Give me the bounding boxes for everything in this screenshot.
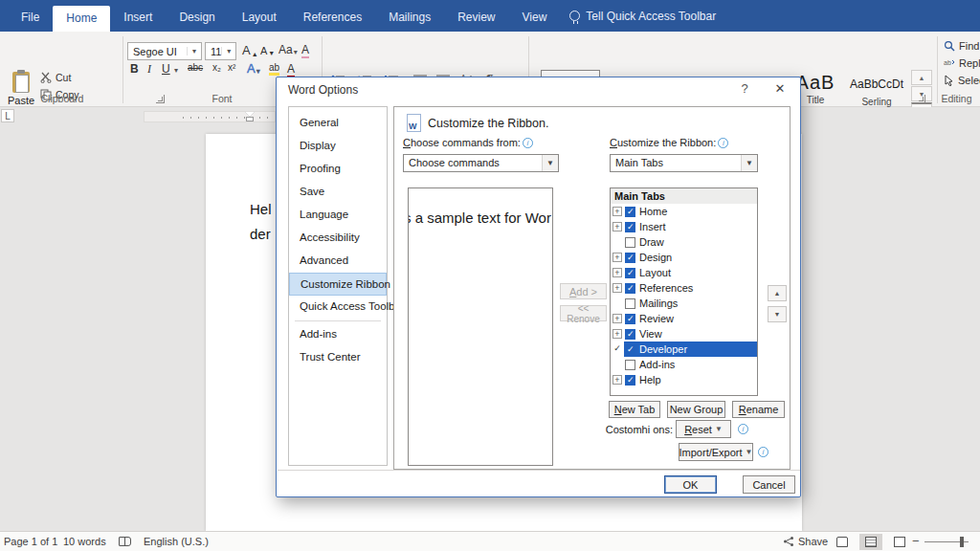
nav-add-ins[interactable]: Add-ins bbox=[289, 323, 387, 346]
underline-options-button[interactable]: ▾ bbox=[174, 66, 178, 75]
expand-icon[interactable] bbox=[612, 329, 622, 339]
zoom-out-icon[interactable]: − bbox=[912, 534, 920, 548]
expand-icon[interactable] bbox=[612, 283, 622, 293]
checkbox[interactable] bbox=[625, 344, 635, 355]
tab-row-insert[interactable]: Insert bbox=[611, 219, 757, 234]
tab-row-draw[interactable]: Draw bbox=[611, 234, 757, 250]
nav-quick-access-toolbar[interactable]: Quick Access Toolbar bbox=[289, 296, 387, 319]
info-icon[interactable]: i bbox=[738, 424, 748, 434]
main-tabs-listbox[interactable]: Main Tabs Home Insert Draw Design Layout… bbox=[610, 187, 758, 396]
text-effects-button[interactable]: A▾ bbox=[247, 61, 260, 76]
chevron-down-icon[interactable]: ▾ bbox=[221, 47, 235, 55]
tab-file[interactable]: File bbox=[8, 0, 53, 32]
import-export-button[interactable]: Import/Export▼ bbox=[679, 443, 753, 461]
new-tab-button[interactable]: New Tab bbox=[609, 401, 660, 418]
strikethrough-button[interactable]: abc bbox=[188, 62, 203, 73]
commands-listbox[interactable]: s a sample text for Wor bbox=[408, 187, 553, 466]
tab-row-references[interactable]: References bbox=[611, 280, 757, 296]
checkbox[interactable] bbox=[625, 360, 635, 370]
font-size-combo[interactable]: 11 ▾ bbox=[205, 42, 236, 60]
tab-review[interactable]: Review bbox=[444, 0, 508, 32]
tab-design[interactable]: Design bbox=[166, 0, 228, 32]
find-button[interactable]: Find bbox=[944, 40, 979, 52]
remove-button[interactable]: << Renove bbox=[560, 305, 607, 321]
tab-home[interactable]: Home bbox=[53, 6, 110, 32]
nav-general[interactable]: General bbox=[289, 112, 387, 135]
highlight-button[interactable]: ab bbox=[269, 62, 279, 76]
nav-save[interactable]: Save bbox=[289, 181, 387, 204]
move-down-button[interactable]: ▼ bbox=[768, 306, 787, 322]
clear-formatting-button[interactable]: A bbox=[301, 43, 309, 58]
left-indent-marker-icon[interactable] bbox=[246, 117, 254, 121]
reset-button[interactable]: Reset▼ bbox=[676, 420, 731, 438]
checkbox[interactable] bbox=[625, 237, 635, 248]
tab-layout[interactable]: Layout bbox=[229, 0, 290, 32]
tab-insert[interactable]: Insert bbox=[110, 0, 166, 32]
tab-row-developer[interactable]: Developer bbox=[611, 342, 757, 357]
checkbox[interactable] bbox=[625, 222, 635, 232]
tab-view[interactable]: View bbox=[509, 0, 561, 32]
shrink-font-button[interactable]: A▼ bbox=[260, 45, 275, 56]
help-icon[interactable]: ? bbox=[734, 81, 755, 98]
checkbox[interactable] bbox=[625, 314, 635, 324]
print-layout-button[interactable] bbox=[859, 534, 882, 550]
tab-references[interactable]: References bbox=[290, 0, 375, 32]
zoom-slider-handle[interactable] bbox=[960, 537, 964, 547]
expand-icon[interactable] bbox=[612, 314, 622, 323]
proofing-book-icon[interactable] bbox=[119, 537, 131, 548]
bold-button[interactable]: B bbox=[130, 62, 139, 76]
tab-row-help[interactable]: Help bbox=[611, 372, 757, 387]
font-name-combo[interactable]: Segoe UI ▾ bbox=[127, 42, 202, 60]
chevron-down-icon[interactable]: ▾ bbox=[187, 47, 201, 55]
checkbox[interactable] bbox=[625, 283, 635, 294]
share-button[interactable]: Shave bbox=[783, 536, 828, 547]
superscript-button[interactable]: x² bbox=[228, 62, 235, 73]
expand-icon[interactable] bbox=[612, 268, 622, 277]
styles-dialog-launcher-icon[interactable] bbox=[917, 95, 925, 103]
change-case-button[interactable]: Aa▾ bbox=[278, 43, 298, 56]
expand-icon[interactable] bbox=[612, 222, 622, 231]
info-icon[interactable]: i bbox=[758, 447, 768, 457]
tab-row-design[interactable]: Design bbox=[611, 250, 757, 265]
styles-scroll-up-button[interactable]: ▲ bbox=[911, 70, 932, 85]
nav-proofing[interactable]: Proofing bbox=[289, 158, 387, 181]
nav-display[interactable]: Display bbox=[289, 135, 387, 158]
new-group-button[interactable]: New Group bbox=[667, 401, 725, 418]
read-mode-button[interactable] bbox=[831, 534, 854, 550]
expand-icon[interactable] bbox=[612, 375, 622, 385]
checkbox[interactable] bbox=[625, 329, 635, 340]
select-button[interactable]: Select bbox=[944, 75, 980, 86]
tab-row-home[interactable]: Home bbox=[611, 204, 757, 219]
clipboard-dialog-launcher-icon[interactable] bbox=[156, 95, 165, 103]
move-up-button[interactable]: ▲ bbox=[768, 285, 787, 301]
tab-mailings[interactable]: Mailings bbox=[375, 0, 444, 32]
horizontal-ruler[interactable] bbox=[144, 111, 276, 122]
italic-button[interactable]: I bbox=[147, 62, 151, 77]
subscript-button[interactable]: x₂ bbox=[212, 62, 221, 73]
info-icon[interactable]: i bbox=[718, 138, 728, 148]
checkbox[interactable] bbox=[625, 207, 635, 217]
expand-icon[interactable] bbox=[612, 207, 622, 216]
language-indicator[interactable]: English (U.S.) bbox=[144, 536, 209, 547]
add-button[interactable]: Add > bbox=[560, 283, 607, 299]
checkbox[interactable] bbox=[625, 375, 635, 386]
document-text[interactable]: Hel der bbox=[250, 197, 277, 247]
word-count[interactable]: 10 words bbox=[63, 536, 106, 547]
customize-ribbon-dropdown[interactable]: Main Tabs ▼ bbox=[610, 154, 758, 172]
tab-stop-selector[interactable]: L bbox=[1, 109, 14, 122]
grow-font-button[interactable]: A▲ bbox=[242, 43, 258, 57]
tell-me-box[interactable]: Tell Quick Access Toolbar bbox=[569, 0, 716, 32]
tab-row-review[interactable]: Review bbox=[611, 311, 757, 326]
nav-language[interactable]: Language bbox=[289, 204, 387, 227]
checkbox[interactable] bbox=[625, 298, 635, 309]
nav-accessibility[interactable]: Accessibility bbox=[289, 227, 387, 250]
tab-row-mailings[interactable]: Mailings bbox=[611, 296, 757, 311]
tab-row-view[interactable]: View bbox=[611, 326, 757, 342]
ok-button[interactable]: OK bbox=[664, 475, 717, 494]
web-layout-button[interactable] bbox=[888, 534, 911, 550]
close-icon[interactable]: ✕ bbox=[767, 81, 793, 98]
dialog-titlebar[interactable]: Word Options ? ✕ bbox=[277, 77, 800, 100]
checkbox[interactable] bbox=[625, 253, 635, 263]
checkbox[interactable] bbox=[625, 268, 635, 278]
cancel-button[interactable]: Cancel bbox=[743, 475, 795, 494]
